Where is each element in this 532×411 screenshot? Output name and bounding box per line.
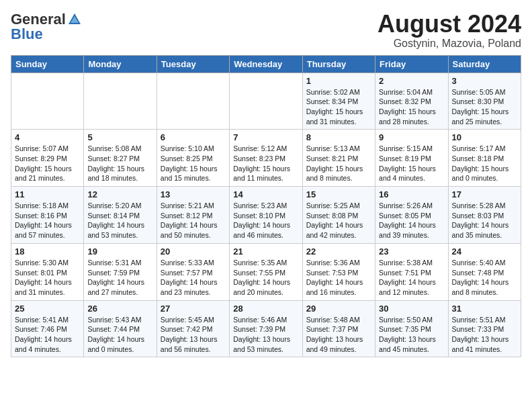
calendar-cell: 6Sunrise: 5:10 AM Sunset: 8:25 PM Daylig… <box>157 130 229 187</box>
calendar-cell: 23Sunrise: 5:38 AM Sunset: 7:51 PM Dayli… <box>375 243 448 300</box>
cell-content: Sunrise: 5:30 AM Sunset: 8:01 PM Dayligh… <box>15 258 80 298</box>
cell-content: Sunrise: 5:51 AM Sunset: 7:33 PM Dayligh… <box>452 315 517 355</box>
cell-content: Sunrise: 5:08 AM Sunset: 8:27 PM Dayligh… <box>87 144 152 183</box>
calendar-cell: 10Sunrise: 5:17 AM Sunset: 8:18 PM Dayli… <box>448 130 521 187</box>
calendar-cell: 1Sunrise: 5:02 AM Sunset: 8:34 PM Daylig… <box>302 73 375 130</box>
header: General Blue August 2024 Gostynin, Mazov… <box>11 11 521 50</box>
day-number: 6 <box>161 132 226 142</box>
calendar-cell: 29Sunrise: 5:48 AM Sunset: 7:37 PM Dayli… <box>302 300 375 357</box>
cell-content: Sunrise: 5:35 AM Sunset: 7:55 PM Dayligh… <box>233 258 298 298</box>
calendar-cell: 28Sunrise: 5:46 AM Sunset: 7:39 PM Dayli… <box>230 300 302 357</box>
cell-content: Sunrise: 5:33 AM Sunset: 7:57 PM Dayligh… <box>161 258 226 298</box>
day-number: 21 <box>233 246 298 257</box>
cell-content: Sunrise: 5:46 AM Sunset: 7:39 PM Dayligh… <box>233 315 298 355</box>
calendar-cell: 5Sunrise: 5:08 AM Sunset: 8:27 PM Daylig… <box>84 130 157 187</box>
day-number: 4 <box>15 132 80 142</box>
cell-content: Sunrise: 5:13 AM Sunset: 8:21 PM Dayligh… <box>306 144 371 183</box>
calendar-cell <box>11 73 84 130</box>
day-number: 13 <box>161 189 226 199</box>
cell-content: Sunrise: 5:50 AM Sunset: 7:35 PM Dayligh… <box>379 315 444 355</box>
day-number: 12 <box>87 189 152 199</box>
calendar-cell: 25Sunrise: 5:41 AM Sunset: 7:46 PM Dayli… <box>11 300 84 357</box>
day-number: 7 <box>233 132 298 142</box>
cell-content: Sunrise: 5:26 AM Sunset: 8:05 PM Dayligh… <box>379 201 444 240</box>
week-row-2: 4Sunrise: 5:07 AM Sunset: 8:29 PM Daylig… <box>11 130 521 187</box>
weekday-header-monday: Monday <box>84 55 157 73</box>
calendar-cell: 3Sunrise: 5:05 AM Sunset: 8:30 PM Daylig… <box>448 73 521 130</box>
month-year: August 2024 <box>378 11 521 38</box>
calendar-cell: 16Sunrise: 5:26 AM Sunset: 8:05 PM Dayli… <box>375 187 448 244</box>
calendar-cell: 27Sunrise: 5:45 AM Sunset: 7:42 PM Dayli… <box>157 300 229 357</box>
cell-content: Sunrise: 5:15 AM Sunset: 8:19 PM Dayligh… <box>379 144 444 183</box>
cell-content: Sunrise: 5:17 AM Sunset: 8:18 PM Dayligh… <box>452 144 517 183</box>
logo-blue: Blue <box>11 26 43 43</box>
week-row-5: 25Sunrise: 5:41 AM Sunset: 7:46 PM Dayli… <box>11 300 521 357</box>
day-number: 3 <box>452 76 517 86</box>
day-number: 23 <box>379 246 444 257</box>
cell-content: Sunrise: 5:36 AM Sunset: 7:53 PM Dayligh… <box>306 258 371 298</box>
calendar-cell: 30Sunrise: 5:50 AM Sunset: 7:35 PM Dayli… <box>375 300 448 357</box>
day-number: 25 <box>15 304 80 314</box>
cell-content: Sunrise: 5:48 AM Sunset: 7:37 PM Dayligh… <box>306 315 371 355</box>
weekday-header-row: SundayMondayTuesdayWednesdayThursdayFrid… <box>11 55 521 73</box>
day-number: 16 <box>379 189 444 199</box>
calendar-cell: 7Sunrise: 5:12 AM Sunset: 8:23 PM Daylig… <box>230 130 302 187</box>
day-number: 14 <box>233 189 298 199</box>
logo: General Blue <box>11 11 82 43</box>
calendar-cell: 8Sunrise: 5:13 AM Sunset: 8:21 PM Daylig… <box>302 130 375 187</box>
cell-content: Sunrise: 5:07 AM Sunset: 8:29 PM Dayligh… <box>15 144 80 183</box>
cell-content: Sunrise: 5:38 AM Sunset: 7:51 PM Dayligh… <box>379 258 444 298</box>
calendar-cell: 15Sunrise: 5:25 AM Sunset: 8:08 PM Dayli… <box>302 187 375 244</box>
day-number: 18 <box>15 246 80 257</box>
week-row-4: 18Sunrise: 5:30 AM Sunset: 8:01 PM Dayli… <box>11 243 521 300</box>
cell-content: Sunrise: 5:21 AM Sunset: 8:12 PM Dayligh… <box>161 201 226 240</box>
day-number: 19 <box>87 246 152 257</box>
cell-content: Sunrise: 5:20 AM Sunset: 8:14 PM Dayligh… <box>87 201 152 240</box>
calendar-cell: 4Sunrise: 5:07 AM Sunset: 8:29 PM Daylig… <box>11 130 84 187</box>
cell-content: Sunrise: 5:40 AM Sunset: 7:48 PM Dayligh… <box>452 258 517 298</box>
cell-content: Sunrise: 5:12 AM Sunset: 8:23 PM Dayligh… <box>233 144 298 183</box>
calendar-cell: 31Sunrise: 5:51 AM Sunset: 7:33 PM Dayli… <box>448 300 521 357</box>
cell-content: Sunrise: 5:43 AM Sunset: 7:44 PM Dayligh… <box>87 315 152 355</box>
weekday-header-sunday: Sunday <box>11 55 84 73</box>
day-number: 27 <box>161 304 226 314</box>
calendar-cell: 19Sunrise: 5:31 AM Sunset: 7:59 PM Dayli… <box>84 243 157 300</box>
week-row-1: 1Sunrise: 5:02 AM Sunset: 8:34 PM Daylig… <box>11 73 521 130</box>
cell-content: Sunrise: 5:10 AM Sunset: 8:25 PM Dayligh… <box>161 144 226 183</box>
day-number: 30 <box>379 304 444 314</box>
day-number: 5 <box>87 132 152 142</box>
cell-content: Sunrise: 5:05 AM Sunset: 8:30 PM Dayligh… <box>452 87 517 127</box>
day-number: 8 <box>306 132 371 142</box>
cell-content: Sunrise: 5:28 AM Sunset: 8:03 PM Dayligh… <box>452 201 517 240</box>
title-area: August 2024 Gostynin, Mazovia, Poland <box>378 11 521 50</box>
calendar-cell: 12Sunrise: 5:20 AM Sunset: 8:14 PM Dayli… <box>84 187 157 244</box>
location: Gostynin, Mazovia, Poland <box>378 38 521 50</box>
cell-content: Sunrise: 5:23 AM Sunset: 8:10 PM Dayligh… <box>233 201 298 240</box>
day-number: 26 <box>87 304 152 314</box>
calendar-cell: 11Sunrise: 5:18 AM Sunset: 8:16 PM Dayli… <box>11 187 84 244</box>
day-number: 20 <box>161 246 226 257</box>
calendar-cell: 21Sunrise: 5:35 AM Sunset: 7:55 PM Dayli… <box>230 243 302 300</box>
calendar-cell: 18Sunrise: 5:30 AM Sunset: 8:01 PM Dayli… <box>11 243 84 300</box>
calendar-cell <box>157 73 229 130</box>
calendar-cell: 14Sunrise: 5:23 AM Sunset: 8:10 PM Dayli… <box>230 187 302 244</box>
weekday-header-thursday: Thursday <box>302 55 375 73</box>
day-number: 1 <box>306 76 371 86</box>
day-number: 10 <box>452 132 517 142</box>
week-row-3: 11Sunrise: 5:18 AM Sunset: 8:16 PM Dayli… <box>11 187 521 244</box>
day-number: 9 <box>379 132 444 142</box>
cell-content: Sunrise: 5:41 AM Sunset: 7:46 PM Dayligh… <box>15 315 80 355</box>
calendar-cell: 22Sunrise: 5:36 AM Sunset: 7:53 PM Dayli… <box>302 243 375 300</box>
calendar: SundayMondayTuesdayWednesdayThursdayFrid… <box>11 55 521 358</box>
weekday-header-friday: Friday <box>375 55 448 73</box>
weekday-header-wednesday: Wednesday <box>230 55 302 73</box>
day-number: 15 <box>306 189 371 199</box>
cell-content: Sunrise: 5:25 AM Sunset: 8:08 PM Dayligh… <box>306 201 371 240</box>
calendar-cell <box>84 73 157 130</box>
calendar-cell <box>230 73 302 130</box>
day-number: 17 <box>452 189 517 199</box>
calendar-cell: 24Sunrise: 5:40 AM Sunset: 7:48 PM Dayli… <box>448 243 521 300</box>
day-number: 29 <box>306 304 371 314</box>
cell-content: Sunrise: 5:31 AM Sunset: 7:59 PM Dayligh… <box>87 258 152 298</box>
calendar-cell: 17Sunrise: 5:28 AM Sunset: 8:03 PM Dayli… <box>448 187 521 244</box>
